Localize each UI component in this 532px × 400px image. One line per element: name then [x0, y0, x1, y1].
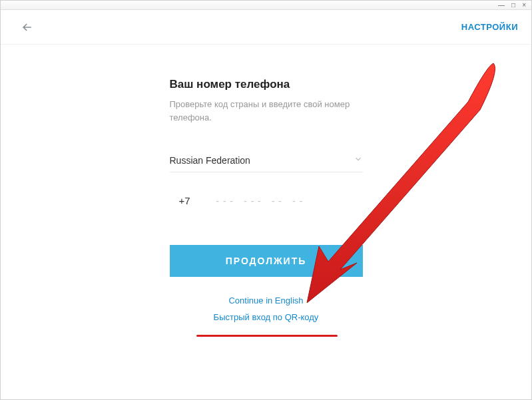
header: НАСТРОЙКИ [1, 10, 531, 45]
dial-code: +7 [179, 195, 199, 206]
content-area: Ваш номер телефона Проверьте код страны … [1, 45, 531, 329]
country-name: Russian Federation [170, 155, 250, 166]
title-bar: — □ × [1, 1, 531, 10]
phone-input-row[interactable]: +7 --- --- -- -- [170, 195, 363, 206]
chevron-down-icon [354, 154, 363, 166]
phone-number-input[interactable]: --- --- -- -- [215, 196, 306, 206]
qr-login-link[interactable]: Быстрый вход по QR-коду [170, 312, 363, 322]
country-selector[interactable]: Russian Federation [170, 154, 363, 172]
continue-english-link[interactable]: Continue in English [170, 296, 363, 305]
settings-link[interactable]: НАСТРОЙКИ [461, 22, 518, 32]
app-window: — □ × НАСТРОЙКИ Ваш номер телефона Прове… [0, 0, 532, 400]
maximize-button[interactable]: □ [511, 2, 515, 9]
back-button[interactable] [19, 19, 35, 35]
arrow-left-icon [21, 21, 34, 34]
close-button[interactable]: × [522, 2, 526, 9]
annotation-underline [196, 335, 338, 337]
minimize-button[interactable]: — [498, 2, 505, 9]
page-title: Ваш номер телефона [170, 78, 363, 91]
login-form: Ваш номер телефона Проверьте код страны … [170, 78, 363, 329]
page-subtitle: Проверьте код страны и введите свой номе… [170, 98, 363, 124]
continue-button[interactable]: ПРОДОЛЖИТЬ [170, 245, 363, 277]
links-section: Continue in English Быстрый вход по QR-к… [170, 296, 363, 322]
